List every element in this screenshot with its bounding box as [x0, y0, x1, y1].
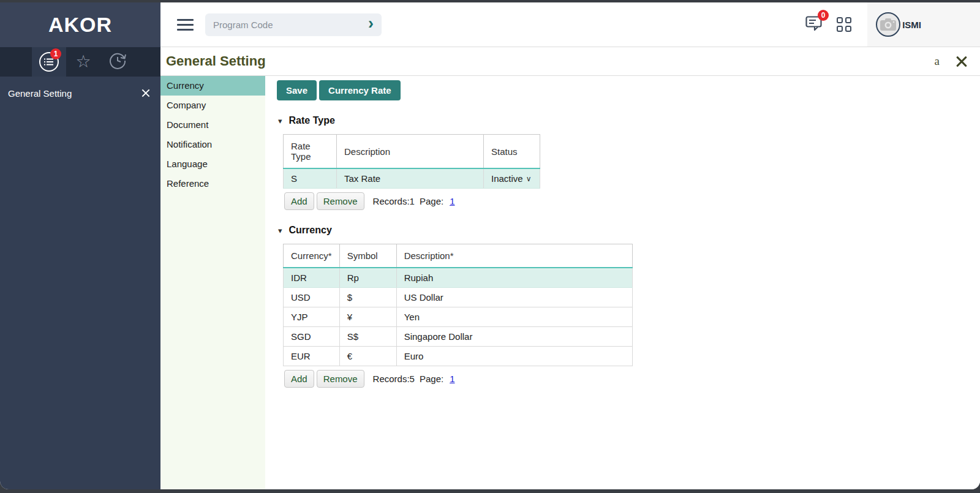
- subnav-item-currency[interactable]: Currency: [160, 76, 265, 96]
- close-page-icon[interactable]: [956, 56, 967, 67]
- cell-symbol: €: [339, 347, 396, 366]
- status-value: Inactive: [491, 173, 523, 184]
- topbar: › 0: [160, 2, 980, 47]
- sidebar-icon-strip: 1 ☆: [0, 47, 160, 77]
- app-window: AKOR: [0, 2, 980, 489]
- cell-description: Euro: [396, 347, 632, 366]
- cell-rate-type: S: [284, 168, 337, 189]
- cell-description: Singapore Dollar: [396, 327, 632, 347]
- save-button[interactable]: Save: [277, 80, 317, 100]
- sidebar-item-general-setting[interactable]: General Setting: [0, 85, 160, 101]
- cell-currency: YJP: [284, 307, 340, 327]
- program-code-input[interactable]: [213, 20, 368, 30]
- table-row[interactable]: YJP ¥ Yen: [284, 307, 633, 327]
- cell-symbol: Rp: [339, 268, 396, 288]
- avatar: [876, 12, 900, 37]
- brand-logo[interactable]: AKOR: [48, 13, 112, 37]
- chevron-down-icon: ∨: [526, 175, 532, 183]
- app-sidebar: AKOR: [0, 2, 160, 489]
- close-tab-icon[interactable]: [141, 89, 150, 97]
- main-column: › 0: [160, 2, 980, 489]
- message-count-badge: 0: [818, 10, 829, 21]
- section-title: Rate Type: [289, 115, 335, 126]
- user-menu[interactable]: ISMI: [867, 2, 980, 47]
- add-button[interactable]: Add: [284, 370, 314, 388]
- currency-table-wrap: Currency* Symbol Description* IDR Rp Rup…: [283, 244, 980, 388]
- page-label: Page:: [420, 374, 443, 384]
- toolbar: Save Currency Rate: [277, 80, 980, 100]
- column-header: Description*: [396, 244, 632, 268]
- column-header: Description: [337, 135, 484, 169]
- favorites-button[interactable]: ☆: [66, 47, 100, 77]
- messages-button[interactable]: 0: [805, 16, 822, 33]
- table-row[interactable]: SGD S$ Singapore Dollar: [284, 327, 633, 347]
- subnav-label: Company: [167, 100, 206, 110]
- history-icon: [108, 51, 127, 72]
- subnav-label: Currency: [167, 80, 204, 91]
- remove-button[interactable]: Remove: [317, 370, 364, 388]
- subnav-label: Notification: [167, 139, 212, 149]
- subnav-item-notification[interactable]: Notification: [160, 135, 265, 154]
- settings-subnav: Currency Company Document Notification L…: [160, 76, 265, 489]
- cell-description: Rupiah: [396, 268, 632, 288]
- table-row[interactable]: EUR € Euro: [284, 347, 633, 366]
- currency-table-footer: Add Remove Records:5 Page: 1: [284, 370, 980, 388]
- column-header: Status: [484, 135, 540, 169]
- remove-button[interactable]: Remove: [317, 192, 364, 210]
- rate-type-section-header: ▾ Rate Type: [277, 115, 980, 126]
- subnav-item-company[interactable]: Company: [160, 96, 265, 115]
- table-row[interactable]: S Tax Rate Inactive ∨: [284, 168, 540, 189]
- hamburger-menu-icon[interactable]: [177, 19, 194, 31]
- open-tabs-button[interactable]: 1: [32, 47, 66, 77]
- font-size-toggle[interactable]: a: [935, 55, 940, 68]
- cell-currency: IDR: [284, 268, 340, 288]
- cell-description: Yen: [396, 307, 632, 327]
- logo-area: AKOR: [0, 2, 160, 47]
- subnav-label: Language: [167, 159, 208, 169]
- message-icon: [805, 22, 822, 32]
- page-number-link[interactable]: 1: [450, 374, 454, 384]
- subnav-item-document[interactable]: Document: [160, 115, 265, 135]
- page-title-bar: General Setting a: [160, 47, 980, 76]
- page-number-link[interactable]: 1: [450, 196, 454, 206]
- records-count: Records:1: [373, 196, 415, 206]
- apps-grid-icon[interactable]: [837, 17, 851, 32]
- currency-table: Currency* Symbol Description* IDR Rp Rup…: [283, 244, 633, 366]
- tabs-count-badge: 1: [50, 48, 61, 59]
- rate-type-table: Rate Type Description Status S Tax Rate: [283, 134, 540, 189]
- page-label: Page:: [420, 196, 443, 206]
- subnav-label: Reference: [167, 178, 209, 189]
- star-icon: ☆: [75, 53, 91, 70]
- content-row: Currency Company Document Notification L…: [160, 76, 980, 489]
- column-header: Currency*: [284, 244, 340, 268]
- section-title: Currency: [289, 225, 332, 236]
- currency-section: ▾ Currency Currency* Symbol Description*: [277, 225, 980, 388]
- column-header: Rate Type: [284, 135, 337, 169]
- subnav-item-reference[interactable]: Reference: [160, 174, 265, 194]
- program-code-searchbox: ›: [205, 13, 382, 36]
- collapse-arrow-icon[interactable]: ▾: [278, 117, 282, 125]
- currency-section-header: ▾ Currency: [277, 225, 980, 236]
- currency-rate-button[interactable]: Currency Rate: [319, 80, 401, 100]
- sidebar-item-label: General Setting: [8, 88, 72, 99]
- cell-symbol: $: [339, 288, 396, 307]
- collapse-arrow-icon[interactable]: ▾: [278, 227, 282, 235]
- cell-currency: SGD: [284, 327, 340, 347]
- subnav-label: Document: [167, 119, 208, 130]
- add-button[interactable]: Add: [284, 192, 314, 210]
- cell-symbol: ¥: [339, 307, 396, 327]
- table-row[interactable]: USD $ US Dollar: [284, 288, 633, 307]
- cell-description: US Dollar: [396, 288, 632, 307]
- column-header: Symbol: [339, 244, 396, 268]
- table-row[interactable]: IDR Rp Rupiah: [284, 268, 633, 288]
- records-count: Records:5: [373, 374, 415, 384]
- page-title: General Setting: [166, 53, 266, 69]
- main-panel: Save Currency Rate ▾ Rate Type: [265, 76, 980, 489]
- rate-type-table-footer: Add Remove Records:1 Page: 1: [284, 192, 980, 210]
- rate-type-section: ▾ Rate Type Rate Type Description Status: [277, 115, 980, 210]
- history-button[interactable]: [100, 47, 135, 77]
- go-arrow-icon[interactable]: ›: [368, 15, 374, 32]
- subnav-item-language[interactable]: Language: [160, 154, 265, 174]
- status-dropdown[interactable]: Inactive ∨: [491, 173, 532, 184]
- cell-symbol: S$: [339, 327, 396, 347]
